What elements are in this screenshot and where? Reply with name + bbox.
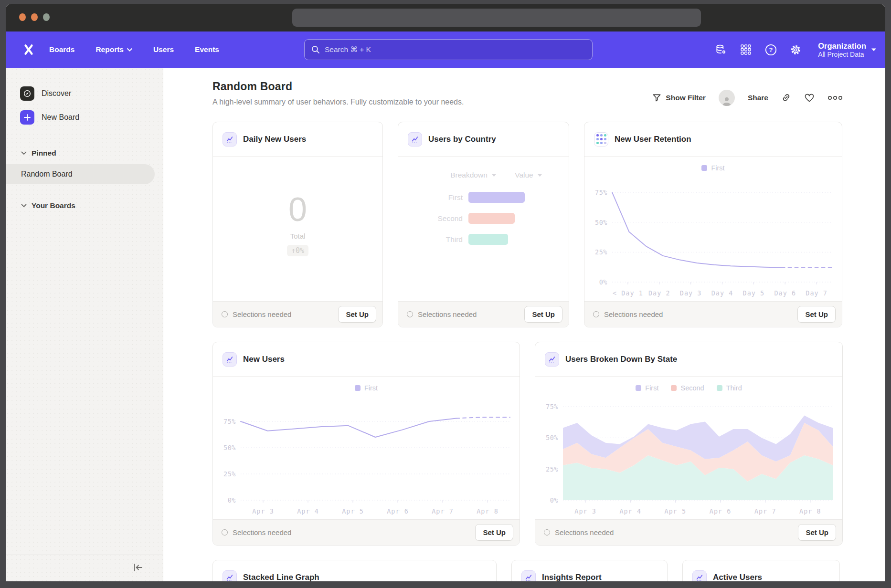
search-input[interactable]: Search ⌘ + K	[304, 39, 593, 60]
breakdown-bar-row: First	[398, 192, 569, 203]
mixpanel-logo[interactable]	[21, 42, 36, 57]
breakdown-dropdown[interactable]: Breakdown	[450, 171, 497, 179]
address-bar[interactable]	[292, 9, 701, 27]
nav-item-boards[interactable]: Boards	[49, 45, 74, 54]
apps-grid-icon[interactable]	[739, 42, 753, 57]
gear-icon[interactable]	[788, 42, 803, 57]
search-placeholder: Search ⌘ + K	[325, 45, 371, 54]
breakdown-bar-row: Third	[398, 234, 569, 245]
show-filter-button[interactable]: Show Filter	[652, 94, 706, 102]
new-users-chart: 75%50%25%0%Apr 3Apr 4Apr 5Apr 6Apr 7Apr …	[213, 393, 520, 519]
svg-text:Apr 8: Apr 8	[477, 507, 499, 515]
window-control-2[interactable]	[31, 13, 38, 21]
share-button[interactable]: Share	[748, 94, 768, 102]
chart-icon	[692, 570, 707, 582]
plus-icon	[20, 110, 34, 125]
svg-text:Apr 6: Apr 6	[387, 507, 409, 515]
metric-value: 0	[288, 193, 307, 226]
chart-icon	[521, 570, 536, 582]
chart-icon	[223, 352, 237, 367]
svg-text:Apr 4: Apr 4	[297, 507, 319, 515]
sidebar-section-pinned[interactable]: Pinned	[6, 146, 163, 160]
set-up-button[interactable]: Set Up	[798, 524, 836, 541]
svg-text:Day 3: Day 3	[680, 289, 702, 297]
status-icon	[593, 311, 599, 317]
card-title: Users by Country	[428, 135, 496, 144]
help-icon[interactable]: ?	[764, 42, 778, 57]
sidebar-section-your-boards[interactable]: Your Boards	[6, 199, 163, 213]
legend-item: First	[355, 384, 378, 392]
svg-text:Apr 7: Apr 7	[432, 507, 454, 515]
card-insights-report: Insights Report	[511, 560, 668, 581]
legend-swatch	[717, 385, 722, 391]
retention-grid-icon	[594, 132, 608, 147]
bar	[468, 213, 515, 224]
chart-legend: First	[584, 163, 842, 173]
svg-text:25%: 25%	[223, 470, 236, 478]
collapse-sidebar-icon[interactable]	[132, 563, 144, 574]
card-users-by-country: Users by Country Breakdown Value FirstSe…	[398, 122, 569, 327]
card-stacked-line-graph: Stacked Line Graph	[212, 560, 497, 581]
more-options-button[interactable]	[827, 95, 843, 100]
org-project: All Project Data	[818, 51, 866, 58]
svg-text:0%: 0%	[599, 278, 607, 286]
window-control-3[interactable]	[43, 13, 50, 21]
chevron-down-icon	[127, 48, 132, 52]
window-titlebar	[6, 4, 885, 32]
nav-item-users[interactable]: Users	[153, 45, 174, 54]
sidebar-item-discover[interactable]: Discover	[6, 85, 163, 102]
card-title: Stacked Line Graph	[243, 573, 319, 582]
svg-text:Day 6: Day 6	[774, 289, 796, 297]
card-new-user-retention: New User Retention First 75%50%25%0%< Da…	[584, 122, 842, 327]
status-icon	[407, 311, 413, 317]
svg-text:Day 4: Day 4	[711, 289, 733, 297]
set-up-button[interactable]: Set Up	[475, 524, 513, 541]
svg-text:50%: 50%	[546, 434, 558, 441]
bar-label: Third	[398, 235, 463, 244]
chevron-down-icon	[871, 48, 877, 52]
card-users-by-state: Users Broken Down By State FirstSecondTh…	[535, 342, 843, 546]
status-text: Selections needed	[233, 528, 291, 536]
favorite-button[interactable]	[804, 93, 815, 103]
set-up-button[interactable]: Set Up	[338, 306, 376, 323]
bar-label: Second	[398, 214, 463, 223]
nav-item-reports[interactable]: Reports	[95, 45, 132, 54]
ellipsis-icon	[827, 95, 843, 100]
sidebar: Discover New Board Pinned Random Board	[6, 68, 163, 581]
metric-delta-badge: ↑0%	[287, 245, 308, 256]
org-switcher[interactable]: Organization All Project Data	[818, 41, 877, 59]
card-title: New Users	[243, 355, 285, 364]
bar	[468, 192, 525, 203]
copy-link-button[interactable]	[781, 93, 791, 103]
set-up-button[interactable]: Set Up	[524, 306, 562, 323]
link-icon	[781, 93, 791, 103]
value-dropdown[interactable]: Value	[515, 171, 542, 179]
data-management-icon[interactable]	[714, 42, 728, 57]
card-title: Users Broken Down By State	[565, 355, 677, 364]
svg-text:Apr 7: Apr 7	[754, 507, 776, 515]
set-up-button[interactable]: Set Up	[797, 306, 836, 323]
svg-text:Apr 5: Apr 5	[342, 507, 364, 515]
sidebar-item-random-board[interactable]: Random Board	[6, 164, 155, 184]
svg-text:75%: 75%	[223, 418, 236, 425]
svg-text:75%: 75%	[595, 189, 607, 196]
page-title: Random Board	[212, 80, 464, 93]
sidebar-item-label: New Board	[42, 113, 79, 122]
window-control-1[interactable]	[19, 13, 26, 21]
legend-swatch	[636, 385, 641, 391]
svg-text:Apr 4: Apr 4	[619, 507, 641, 515]
avatar[interactable]	[719, 90, 735, 106]
status-text: Selections needed	[604, 310, 663, 318]
card-title: Daily New Users	[243, 135, 306, 144]
chevron-down-icon	[21, 151, 27, 155]
svg-text:50%: 50%	[223, 444, 236, 452]
status-text: Selections needed	[555, 528, 614, 536]
sidebar-item-new-board[interactable]: New Board	[6, 109, 163, 126]
top-nav: Boards Reports Users Events Search ⌘ + K…	[6, 32, 885, 68]
chart-icon	[408, 132, 422, 147]
legend-item: Second	[671, 384, 704, 392]
nav-item-events[interactable]: Events	[195, 45, 219, 54]
status-icon	[222, 311, 228, 317]
status-text: Selections needed	[233, 310, 291, 318]
card-title: Insights Report	[542, 573, 602, 582]
